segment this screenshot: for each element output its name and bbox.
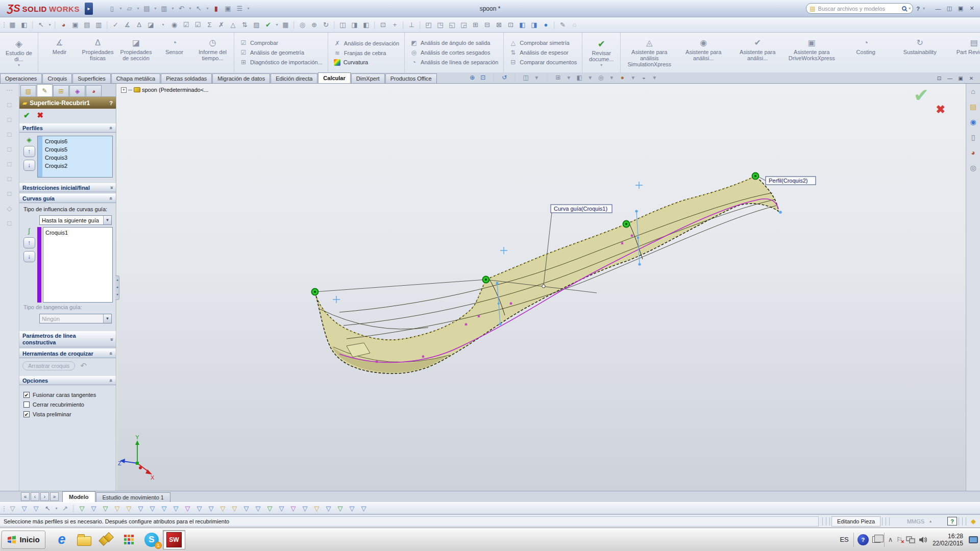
reference-cube-icon[interactable]: □ xyxy=(4,189,15,197)
measure-icon[interactable]: ∡ xyxy=(121,19,133,31)
tab-displaymanager[interactable]: ◕ xyxy=(86,85,102,96)
filter-surface-bodies-icon[interactable]: ▽ xyxy=(111,503,123,514)
dropdown-caret[interactable]: ▾ xyxy=(564,72,574,83)
display-tray-icon[interactable] xyxy=(969,536,978,543)
comprobar-button[interactable]: ☑ Comprobar xyxy=(239,39,323,46)
filter-dimensions-icon[interactable]: ▽ xyxy=(217,503,229,514)
tab-propertymanager[interactable]: ✎ xyxy=(37,84,53,96)
separator[interactable]: │ xyxy=(401,19,406,31)
filter-annotations-icon[interactable]: ▽ xyxy=(229,503,240,514)
tab-configurationmanager[interactable]: ⊞ xyxy=(53,85,69,96)
taskbar-ie-button[interactable]: e xyxy=(51,530,73,549)
checkbox-fusionar-caras[interactable]: ✔ Fusionar caras tangentes xyxy=(23,392,112,398)
propiedades-seccion-button[interactable]: ◪ Propiedades de sección xyxy=(117,35,155,70)
filter-balloons-icon[interactable]: ▽ xyxy=(252,503,264,514)
appearance-sphere-icon[interactable]: ◕ xyxy=(58,19,69,31)
feature-tree-root[interactable]: spoon (Predeterminado<... xyxy=(142,87,209,93)
separator[interactable]: │ xyxy=(105,19,110,31)
reference-cube-icon[interactable]: □ xyxy=(4,160,15,168)
new-document-icon[interactable]: ▯ xyxy=(106,3,118,14)
wireframe-icon[interactable]: ◫ xyxy=(337,19,349,31)
dropdown-caret[interactable]: ▾ xyxy=(54,503,59,514)
filter-sketch-segments-icon[interactable]: ▽ xyxy=(170,503,182,514)
search-caret-icon[interactable]: ▾ xyxy=(909,6,911,11)
filter-sketch-points-icon[interactable]: ▽ xyxy=(158,503,170,514)
profile-list-item[interactable]: Croquis3 xyxy=(45,154,111,162)
filter-clear-icon[interactable]: ▽ xyxy=(30,503,42,514)
file-properties-icon[interactable]: ▣ xyxy=(222,3,234,14)
filter-midpoints-icon[interactable]: ▽ xyxy=(182,503,193,514)
propiedades-fisicas-button[interactable]: Δ Propiedades físicas xyxy=(79,35,117,70)
filter-reference-points-icon[interactable]: ▽ xyxy=(358,503,370,514)
section-properties-icon[interactable]: ◪ xyxy=(145,19,157,31)
filter-connection-points-icon[interactable]: ▽ xyxy=(323,503,334,514)
curvatura-button[interactable]: Curvatura xyxy=(333,59,399,66)
task-pane-home-icon[interactable]: ⌂ xyxy=(967,87,979,96)
hide-show-icon[interactable]: ◎ xyxy=(596,72,606,83)
arrastrar-croquis-button[interactable]: Arrastrar croquis xyxy=(22,361,75,370)
informe-tiempo-button[interactable]: ◷ Informe del tiempo... xyxy=(193,35,232,70)
select-other-icon[interactable]: ↗ xyxy=(59,503,71,514)
move-profile-up-button[interactable]: ↑ xyxy=(23,146,35,157)
filter-axes-icon[interactable]: ▽ xyxy=(135,503,146,514)
tab-operaciones[interactable]: Operaciones xyxy=(0,73,42,83)
viewport-cancel-button[interactable]: ✖ xyxy=(936,103,945,116)
filter-blocks-icon[interactable]: ▽ xyxy=(311,503,323,514)
asistente-simulationxp-button[interactable]: ◬ Asistente para análisis SimulationXpre… xyxy=(623,35,676,70)
equations-icon[interactable]: Σ xyxy=(204,19,215,31)
group-header-opciones[interactable]: Opciones xyxy=(19,376,116,385)
profile-list-item[interactable]: Croquis5 xyxy=(45,145,111,154)
doc-restore-button[interactable]: ⊡ xyxy=(935,74,944,82)
guide-list-item[interactable]: Croquis1 xyxy=(45,229,111,237)
filter-center-marks-icon[interactable]: ▽ xyxy=(193,503,205,514)
move-profile-down-button[interactable]: ↓ xyxy=(23,160,35,171)
separator[interactable]: │ xyxy=(552,19,557,31)
tab-calcular[interactable]: Calcular xyxy=(318,72,350,83)
comparar-documentos-button[interactable]: ⊟ Comparar documentos xyxy=(509,59,577,66)
deviation-analysis-icon[interactable]: ✗ xyxy=(215,19,227,31)
filter-gtol-icon[interactable]: ▽ xyxy=(264,503,276,514)
panel-splitter-handle[interactable]: ◂ ◂ ◂ xyxy=(115,276,119,300)
view-top-icon[interactable]: ⊞ xyxy=(470,19,481,31)
analisis-linea-separacion-button[interactable]: ◔ Análisis de línea de separación xyxy=(410,59,498,66)
menu-expand-arrow[interactable]: ▸ xyxy=(85,3,93,15)
view-right-icon[interactable]: ◲ xyxy=(458,19,470,31)
viewport-ok-button[interactable]: ✔ xyxy=(914,85,929,106)
filter-routing-points-icon[interactable]: ▽ xyxy=(334,503,346,514)
filter-weld-icon[interactable]: ▽ xyxy=(287,503,299,514)
view-palette-icon[interactable]: ▯ xyxy=(967,133,979,142)
help-button[interactable]: ? xyxy=(916,6,920,12)
save-icon[interactable]: ▤ xyxy=(141,3,153,14)
shaded-icon[interactable]: ◧ xyxy=(360,19,372,31)
asistente-analisis2-button[interactable]: ◉ Asistente para análisi... xyxy=(677,35,730,70)
profile-list-item[interactable]: Croquis2 xyxy=(45,162,111,170)
check-sketch-icon[interactable]: ☑ xyxy=(180,19,192,31)
move-guide-up-button[interactable]: ↑ xyxy=(23,237,35,248)
sustainability-button[interactable]: ↻ Sustainability xyxy=(893,35,946,70)
group-header-perfiles[interactable]: Perfiles xyxy=(19,123,116,133)
volume-icon[interactable] xyxy=(919,536,927,543)
custom-properties-icon[interactable]: ◎ xyxy=(967,163,979,172)
filter-vertices-icon[interactable]: ▽ xyxy=(76,503,88,514)
close-button[interactable]: ✕ xyxy=(967,3,977,14)
filter-solid-bodies-icon[interactable]: ▽ xyxy=(123,503,135,514)
dropdown-caret[interactable]: ▾ xyxy=(585,72,596,83)
tab-dimxpert[interactable]: DimXpert xyxy=(351,73,385,83)
filter-faces-icon[interactable]: ▽ xyxy=(100,503,111,514)
reference-cube-icon[interactable]: □ xyxy=(4,130,15,138)
group-header-parametros[interactable]: Parámetros de línea constructiva xyxy=(19,331,116,347)
comprobar-simetria-button[interactable]: △ Comprobar simetría xyxy=(509,39,577,46)
disabled-tool-icon[interactable]: ◌ xyxy=(569,19,580,31)
undo-icon[interactable]: ↶ xyxy=(80,361,87,370)
open-document-icon[interactable]: ▱ xyxy=(124,3,135,14)
checkbox-cerrar-recubrimiento[interactable]: Cerrar recubrimiento xyxy=(23,402,112,408)
tab-scroll-first[interactable]: « xyxy=(21,492,30,501)
cascade-button[interactable]: ◫ xyxy=(944,3,954,14)
thickness-analysis-icon[interactable]: ⇅ xyxy=(239,19,251,31)
spoon-loft-surface[interactable] xyxy=(315,176,778,373)
toolbar-grip[interactable]: ⋮ xyxy=(2,503,7,514)
shaded-edges-view-icon[interactable]: ◨ xyxy=(528,19,540,31)
separator[interactable]: │ xyxy=(291,19,297,31)
tray-expand-chevron[interactable]: ∧ xyxy=(888,536,893,543)
tab-croquis[interactable]: Croquis xyxy=(42,73,72,83)
